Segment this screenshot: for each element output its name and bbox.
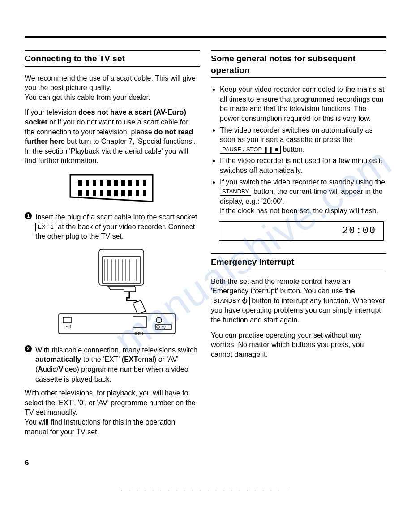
text: Both the set and the remote control have… <box>211 278 355 295</box>
text: button. <box>281 146 304 153</box>
columns: Connecting to the TV set We recommend th… <box>25 50 386 442</box>
text: Keep your video recorder connected to th… <box>220 86 384 122</box>
svg-rect-20 <box>99 249 144 285</box>
step-2: 2 With this cable connection, many telev… <box>25 345 200 384</box>
bold-text: A <box>38 365 43 373</box>
step-body: Insert the plug of a scart cable into th… <box>35 212 200 241</box>
step-number-2-icon: 2 <box>25 345 32 352</box>
text: With this cable connection, many televis… <box>35 346 197 354</box>
paragraph: With other televisions, for playback, yo… <box>25 388 200 437</box>
svg-point-27 <box>156 317 162 323</box>
svg-rect-5 <box>114 180 118 186</box>
step-1: 1 Insert the plug of a scart cable into … <box>25 212 200 241</box>
scan-noise: . . . . . . . . . . . . . . . . . . . . … <box>25 486 386 493</box>
svg-text:~ 8: ~ 8 <box>65 324 72 329</box>
paragraph: We recommend the use of a scart cable. T… <box>25 73 200 103</box>
step-body: With this cable connection, many televis… <box>35 345 200 384</box>
svg-text:TV: TV <box>162 326 166 329</box>
page-number: 6 <box>25 458 386 468</box>
svg-rect-18 <box>136 190 139 196</box>
heading-emergency: Emergency interrupt <box>211 256 386 268</box>
text: With other televisions, for playback, yo… <box>25 389 196 416</box>
paragraph: If your television does not have a scart… <box>25 107 200 166</box>
svg-rect-8 <box>136 180 139 186</box>
text: to the 'EXT' ( <box>81 356 124 363</box>
bulleted-list: Keep your video recorder connected to th… <box>211 85 386 216</box>
button-label-ext1: EXT 1 <box>35 223 56 231</box>
svg-rect-11 <box>86 190 89 196</box>
svg-rect-26 <box>133 317 146 327</box>
bold-text: V <box>59 365 64 373</box>
svg-rect-22 <box>124 287 136 292</box>
svg-rect-0 <box>78 180 82 186</box>
list-item: If you switch the video recorder to stan… <box>220 177 386 216</box>
button-label-pause-stop: PAUSE / STOP ❚❚ ■ <box>220 146 281 154</box>
text: udio/ <box>43 365 59 373</box>
section-rule <box>211 253 386 254</box>
text: If your television <box>25 108 78 116</box>
svg-rect-10 <box>78 190 82 196</box>
paragraph: You can practise operating your set with… <box>211 330 386 360</box>
bold-text: automatically <box>35 356 81 363</box>
top-rule <box>25 36 386 38</box>
svg-text:EXT 1: EXT 1 <box>135 332 143 335</box>
svg-rect-2 <box>93 180 96 186</box>
svg-rect-14 <box>107 190 111 196</box>
svg-rect-4 <box>107 180 111 186</box>
section-rule <box>25 66 200 67</box>
text: You can get this cable from your dealer. <box>25 94 150 101</box>
display-value: 20:00 <box>342 224 376 238</box>
paragraph: Both the set and the remote control have… <box>211 277 386 325</box>
list-item: If the video recorder is not used for a … <box>220 156 386 175</box>
text: If the video recorder is not used for a … <box>220 157 382 174</box>
section-rule <box>211 50 386 51</box>
svg-rect-24 <box>63 317 71 323</box>
button-label-standby: STANDBY <box>220 188 251 196</box>
svg-rect-3 <box>100 180 103 186</box>
text: If you switch the video recorder to stan… <box>220 178 385 186</box>
tv-vcr-illustration: ~ 8 TV EXT 1 <box>45 248 180 337</box>
svg-rect-19 <box>143 190 146 196</box>
svg-rect-23 <box>59 314 175 334</box>
bold-text: EXT <box>124 356 138 363</box>
text: at the back of your video recorder. Conn… <box>35 223 195 240</box>
vcr-display: 20:00 <box>219 221 384 241</box>
manual-page: manualshive.com Connecting to the TV set… <box>0 0 411 506</box>
svg-point-29 <box>157 326 159 328</box>
list-item: The video recorder switches on automatic… <box>220 125 386 154</box>
section-rule <box>25 50 200 51</box>
svg-rect-13 <box>100 190 103 196</box>
heading-general-notes: Some general notes for subsequent operat… <box>211 53 386 76</box>
scart-connector-illustration <box>68 172 157 204</box>
left-column: Connecting to the TV set We recommend th… <box>25 50 200 442</box>
svg-rect-12 <box>93 190 96 196</box>
svg-rect-15 <box>114 190 118 196</box>
list-item: Keep your video recorder connected to th… <box>220 85 386 123</box>
right-column: Some general notes for subsequent operat… <box>211 50 386 442</box>
step-number-1-icon: 1 <box>25 212 32 219</box>
heading-connecting: Connecting to the TV set <box>25 53 200 64</box>
text: Insert the plug of a scart cable into th… <box>35 213 197 221</box>
section-rule <box>211 77 386 78</box>
svg-rect-6 <box>121 180 125 186</box>
svg-rect-17 <box>128 190 132 196</box>
section-rule <box>211 270 386 270</box>
text: You will find instructions for this in t… <box>25 418 175 436</box>
svg-rect-1 <box>86 180 89 186</box>
text: If the clock has not been set, the displ… <box>220 207 378 215</box>
svg-rect-7 <box>128 180 132 186</box>
text: The video recorder switches on automatic… <box>220 126 373 144</box>
button-label-standby-power: STANDBY ⏻ <box>211 297 250 305</box>
svg-rect-16 <box>121 190 125 196</box>
svg-rect-9 <box>143 180 146 186</box>
text: We recommend the use of a scart cable. T… <box>25 74 196 92</box>
